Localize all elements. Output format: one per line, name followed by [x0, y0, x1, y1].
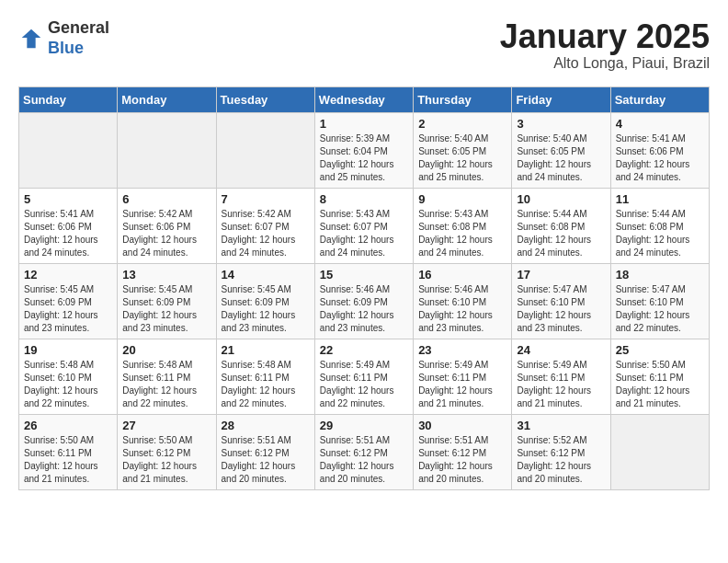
day-number: 27 — [122, 419, 210, 432]
day-number: 21 — [222, 343, 310, 357]
calendar-cell: 24Sunrise: 5:49 AMSunset: 6:11 PMDayligh… — [512, 339, 610, 414]
day-number: 13 — [122, 268, 210, 282]
calendar-cell: 27Sunrise: 5:50 AMSunset: 6:12 PMDayligh… — [118, 414, 216, 489]
day-number: 26 — [24, 419, 112, 432]
day-number: 19 — [24, 343, 112, 357]
day-number: 2 — [418, 117, 506, 131]
cell-content: Sunrise: 5:42 AMSunset: 6:07 PMDaylight:… — [222, 208, 310, 259]
cell-content: Sunrise: 5:49 AMSunset: 6:11 PMDaylight:… — [517, 359, 605, 410]
calendar-cell: 25Sunrise: 5:50 AMSunset: 6:11 PMDayligh… — [610, 339, 709, 414]
day-number: 3 — [517, 117, 605, 131]
logo: General Blue — [18, 18, 109, 58]
day-number: 10 — [517, 192, 605, 206]
calendar-cell: 13Sunrise: 5:45 AMSunset: 6:09 PMDayligh… — [118, 263, 216, 339]
svg-marker-0 — [22, 29, 41, 48]
calendar-table: SundayMondayTuesdayWednesdayThursdayFrid… — [18, 86, 710, 490]
weekday-header-monday: Monday — [118, 86, 216, 112]
day-number: 7 — [222, 192, 310, 206]
title-block: January 2025 Alto Longa, Piaui, Brazil — [500, 18, 710, 72]
weekday-header-friday: Friday — [512, 86, 610, 112]
weekday-header-thursday: Thursday — [414, 86, 512, 112]
calendar-cell — [216, 112, 314, 188]
cell-content: Sunrise: 5:47 AMSunset: 6:10 PMDaylight:… — [616, 283, 704, 335]
day-number: 24 — [517, 343, 605, 357]
cell-content: Sunrise: 5:39 AMSunset: 6:04 PMDaylight:… — [320, 132, 408, 184]
logo-blue-text: Blue — [48, 39, 109, 59]
cell-content: Sunrise: 5:48 AMSunset: 6:11 PMDaylight:… — [222, 359, 310, 410]
calendar-cell: 12Sunrise: 5:45 AMSunset: 6:09 PMDayligh… — [19, 263, 118, 339]
cell-content: Sunrise: 5:52 AMSunset: 6:12 PMDaylight:… — [517, 434, 605, 486]
cell-content: Sunrise: 5:46 AMSunset: 6:09 PMDaylight:… — [320, 283, 408, 335]
day-number: 6 — [122, 192, 210, 206]
day-number: 23 — [418, 343, 506, 357]
calendar-subtitle: Alto Longa, Piaui, Brazil — [500, 55, 710, 72]
cell-content: Sunrise: 5:41 AMSunset: 6:06 PMDaylight:… — [616, 132, 704, 184]
weekday-header-tuesday: Tuesday — [216, 86, 314, 112]
calendar-cell: 20Sunrise: 5:48 AMSunset: 6:11 PMDayligh… — [118, 339, 216, 414]
calendar-cell: 7Sunrise: 5:42 AMSunset: 6:07 PMDaylight… — [216, 188, 314, 263]
cell-content: Sunrise: 5:40 AMSunset: 6:05 PMDaylight:… — [418, 132, 506, 184]
cell-content: Sunrise: 5:40 AMSunset: 6:05 PMDaylight:… — [517, 132, 605, 184]
cell-content: Sunrise: 5:44 AMSunset: 6:08 PMDaylight:… — [517, 208, 605, 259]
day-number: 12 — [24, 268, 112, 282]
day-number: 4 — [616, 117, 704, 131]
calendar-cell: 11Sunrise: 5:44 AMSunset: 6:08 PMDayligh… — [610, 188, 709, 263]
calendar-cell: 3Sunrise: 5:40 AMSunset: 6:05 PMDaylight… — [512, 112, 610, 188]
cell-content: Sunrise: 5:50 AMSunset: 6:12 PMDaylight:… — [122, 434, 210, 486]
day-number: 29 — [320, 419, 408, 432]
calendar-cell: 19Sunrise: 5:48 AMSunset: 6:10 PMDayligh… — [19, 339, 118, 414]
day-number: 18 — [616, 268, 704, 282]
calendar-cell: 9Sunrise: 5:43 AMSunset: 6:08 PMDaylight… — [414, 188, 512, 263]
day-number: 31 — [517, 419, 605, 432]
cell-content: Sunrise: 5:45 AMSunset: 6:09 PMDaylight:… — [122, 283, 210, 335]
cell-content: Sunrise: 5:51 AMSunset: 6:12 PMDaylight:… — [418, 434, 506, 486]
calendar-cell: 10Sunrise: 5:44 AMSunset: 6:08 PMDayligh… — [512, 188, 610, 263]
calendar-cell: 26Sunrise: 5:50 AMSunset: 6:11 PMDayligh… — [19, 414, 118, 489]
calendar-cell: 21Sunrise: 5:48 AMSunset: 6:11 PMDayligh… — [216, 339, 314, 414]
cell-content: Sunrise: 5:48 AMSunset: 6:11 PMDaylight:… — [122, 359, 210, 410]
calendar-cell: 15Sunrise: 5:46 AMSunset: 6:09 PMDayligh… — [314, 263, 413, 339]
weekday-header-wednesday: Wednesday — [314, 86, 413, 112]
calendar-cell: 29Sunrise: 5:51 AMSunset: 6:12 PMDayligh… — [314, 414, 413, 489]
cell-content: Sunrise: 5:44 AMSunset: 6:08 PMDaylight:… — [616, 208, 704, 259]
weekday-header-sunday: Sunday — [19, 86, 118, 112]
cell-content: Sunrise: 5:43 AMSunset: 6:08 PMDaylight:… — [418, 208, 506, 259]
logo-general-text: General — [48, 18, 109, 39]
day-number: 17 — [517, 268, 605, 282]
calendar-cell: 14Sunrise: 5:45 AMSunset: 6:09 PMDayligh… — [216, 263, 314, 339]
cell-content: Sunrise: 5:45 AMSunset: 6:09 PMDaylight:… — [222, 283, 310, 335]
day-number: 14 — [222, 268, 310, 282]
day-number: 28 — [222, 419, 310, 432]
cell-content: Sunrise: 5:49 AMSunset: 6:11 PMDaylight:… — [320, 359, 408, 410]
day-number: 15 — [320, 268, 408, 282]
calendar-cell: 30Sunrise: 5:51 AMSunset: 6:12 PMDayligh… — [414, 414, 512, 489]
cell-content: Sunrise: 5:49 AMSunset: 6:11 PMDaylight:… — [418, 359, 506, 410]
calendar-cell: 18Sunrise: 5:47 AMSunset: 6:10 PMDayligh… — [610, 263, 709, 339]
calendar-cell: 2Sunrise: 5:40 AMSunset: 6:05 PMDaylight… — [414, 112, 512, 188]
cell-content: Sunrise: 5:41 AMSunset: 6:06 PMDaylight:… — [24, 208, 112, 259]
day-number: 30 — [418, 419, 506, 432]
cell-content: Sunrise: 5:45 AMSunset: 6:09 PMDaylight:… — [24, 283, 112, 335]
cell-content: Sunrise: 5:43 AMSunset: 6:07 PMDaylight:… — [320, 208, 408, 259]
day-number: 22 — [320, 343, 408, 357]
calendar-cell: 23Sunrise: 5:49 AMSunset: 6:11 PMDayligh… — [414, 339, 512, 414]
calendar-cell — [118, 112, 216, 188]
day-number: 16 — [418, 268, 506, 282]
calendar-cell: 16Sunrise: 5:46 AMSunset: 6:10 PMDayligh… — [414, 263, 512, 339]
day-number: 5 — [24, 192, 112, 206]
calendar-cell: 1Sunrise: 5:39 AMSunset: 6:04 PMDaylight… — [314, 112, 413, 188]
calendar-cell: 17Sunrise: 5:47 AMSunset: 6:10 PMDayligh… — [512, 263, 610, 339]
calendar-cell: 28Sunrise: 5:51 AMSunset: 6:12 PMDayligh… — [216, 414, 314, 489]
day-number: 9 — [418, 192, 506, 206]
calendar-title: January 2025 — [500, 18, 710, 55]
cell-content: Sunrise: 5:48 AMSunset: 6:10 PMDaylight:… — [24, 359, 112, 410]
page-header: General Blue January 2025 Alto Longa, Pi… — [18, 18, 710, 72]
calendar-cell: 6Sunrise: 5:42 AMSunset: 6:06 PMDaylight… — [118, 188, 216, 263]
cell-content: Sunrise: 5:51 AMSunset: 6:12 PMDaylight:… — [222, 434, 310, 486]
cell-content: Sunrise: 5:51 AMSunset: 6:12 PMDaylight:… — [320, 434, 408, 486]
calendar-cell: 22Sunrise: 5:49 AMSunset: 6:11 PMDayligh… — [314, 339, 413, 414]
cell-content: Sunrise: 5:50 AMSunset: 6:11 PMDaylight:… — [24, 434, 112, 486]
calendar-cell: 5Sunrise: 5:41 AMSunset: 6:06 PMDaylight… — [19, 188, 118, 263]
calendar-cell: 4Sunrise: 5:41 AMSunset: 6:06 PMDaylight… — [610, 112, 709, 188]
weekday-header-saturday: Saturday — [610, 86, 709, 112]
